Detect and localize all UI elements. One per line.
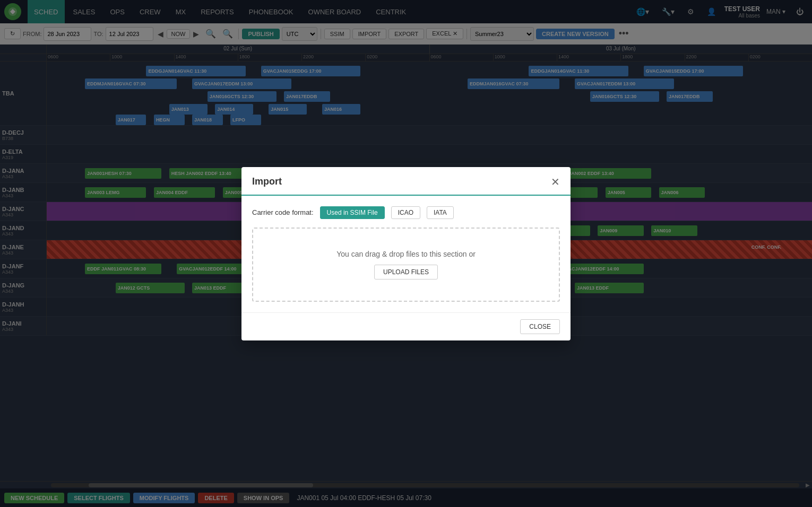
modal-footer: CLOSE [241, 312, 571, 340]
carrier-format-row: Carrier code format: Used in SSIM File I… [252, 206, 560, 219]
modal-overlay[interactable]: Import ✕ Carrier code format: Used in SS… [0, 0, 812, 507]
import-modal: Import ✕ Carrier code format: Used in SS… [241, 167, 571, 340]
modal-title: Import [252, 176, 282, 187]
modal-body: Carrier code format: Used in SSIM File I… [241, 196, 571, 312]
format-iata-button[interactable]: IATA [427, 206, 454, 219]
drop-text: You can drag & drop files to this sectio… [336, 250, 476, 258]
modal-header: Import ✕ [241, 167, 571, 196]
format-icao-button[interactable]: ICAO [391, 206, 420, 219]
upload-files-button[interactable]: UPLOAD FILES [374, 265, 438, 279]
modal-close-button[interactable]: ✕ [551, 176, 560, 188]
drop-zone[interactable]: You can drag & drop files to this sectio… [252, 228, 560, 302]
carrier-format-label: Carrier code format: [252, 208, 314, 216]
format-ssim-button[interactable]: Used in SSIM File [320, 206, 385, 219]
modal-footer-close-button[interactable]: CLOSE [520, 319, 560, 334]
